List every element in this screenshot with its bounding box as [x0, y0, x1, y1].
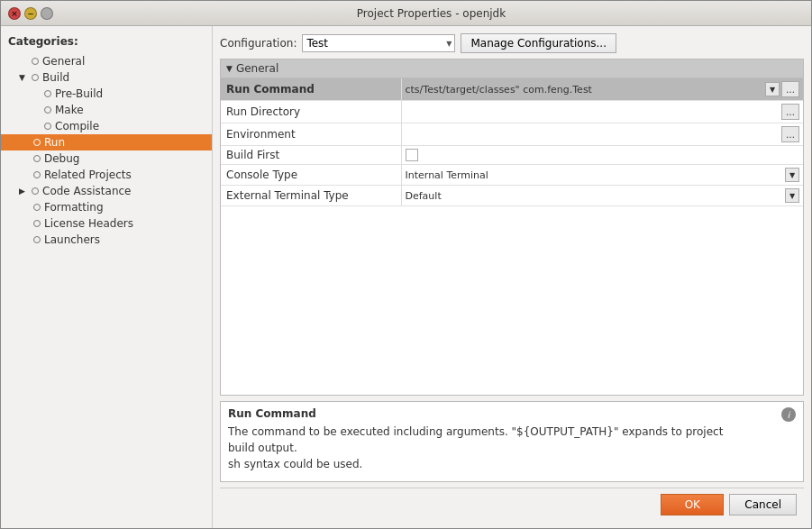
prop-name-console-type: Console Type [221, 165, 401, 186]
minimize-button[interactable]: − [24, 7, 37, 20]
sidebar-label-build: Build [42, 71, 69, 84]
info-text-2: build output. [228, 440, 796, 456]
prop-value-run-command: cts/Test/target/classes" com.feng.Test ▼… [401, 78, 803, 101]
manage-configurations-button[interactable]: Manage Configurations... [461, 33, 616, 53]
sidebar-item-make[interactable]: Make [1, 102, 212, 118]
configuration-row: Configuration: Test Manage Configuration… [220, 33, 804, 53]
sidebar-item-general[interactable]: General [1, 53, 212, 69]
sidebar-label-run: Run [44, 136, 65, 149]
close-button[interactable]: × [8, 7, 21, 20]
ok-button[interactable]: OK [661, 494, 724, 515]
sidebar-item-run[interactable]: Run [1, 134, 212, 150]
configuration-select[interactable]: Test [302, 34, 455, 52]
prop-value-build-first [401, 146, 803, 165]
sidebar-label-related-projects: Related Projects [44, 169, 132, 181]
sidebar-item-build[interactable]: ▼ Build [1, 69, 212, 86]
prop-value-environment: … [401, 123, 803, 146]
config-label: Configuration: [220, 37, 297, 50]
sidebar-label-launchers: Launchers [44, 233, 100, 246]
prop-name-build-first: Build First [221, 146, 401, 165]
sidebar-item-debug[interactable]: Debug [1, 150, 212, 167]
sidebar-label-make: Make [55, 104, 84, 116]
window-controls: × − [8, 7, 53, 20]
sidebar-item-launchers[interactable]: Launchers [1, 232, 212, 248]
titlebar: × − Project Properties - openjdk [1, 1, 811, 26]
window-title: Project Properties - openjdk [59, 7, 804, 20]
sidebar-label-compile: Compile [55, 120, 99, 132]
sidebar: Categories: General ▼ Build Pre-Build [1, 26, 213, 528]
bullet-icon [32, 187, 39, 195]
general-section-header: ▼ General [221, 59, 803, 78]
sidebar-label-debug: Debug [44, 152, 79, 165]
main-panel: Configuration: Test Manage Configuration… [213, 26, 811, 528]
bullet-icon [33, 204, 41, 211]
section-header-label: General [236, 62, 278, 75]
environment-ellipsis[interactable]: … [781, 126, 799, 142]
table-row[interactable]: Run Command cts/Test/target/classes" com… [221, 78, 803, 101]
sidebar-label-general: General [42, 55, 85, 68]
bullet-icon [32, 74, 39, 81]
run-command-dropdown[interactable]: ▼ [765, 82, 780, 96]
prop-value-run-directory: … [401, 101, 803, 123]
run-command-value: cts/Test/target/classes" com.feng.Test [406, 84, 764, 96]
prop-value-inner [406, 149, 800, 161]
arrow-spacer [19, 57, 28, 66]
sidebar-label-pre-build: Pre-Build [55, 87, 103, 100]
external-terminal-dropdown[interactable]: ▼ [785, 188, 799, 203]
prop-name-external-terminal: External Terminal Type [221, 186, 401, 206]
sidebar-item-code-assistance[interactable]: ▶ Code Assistance [1, 183, 212, 199]
properties-table-container: ▼ General Run Command cts/Test/target/cl… [220, 59, 804, 396]
properties-table: Run Command cts/Test/target/classes" com… [221, 78, 803, 206]
prop-name-run-command: Run Command [221, 78, 401, 101]
info-icon: i [781, 407, 796, 422]
config-select-wrapper[interactable]: Test [302, 34, 455, 52]
bottom-bar: OK Cancel [220, 488, 804, 521]
sidebar-label-code-assistance: Code Assistance [42, 185, 131, 197]
section-collapse-arrow[interactable]: ▼ [226, 64, 233, 73]
prop-value-inner: … [406, 104, 800, 120]
build-first-checkbox[interactable] [406, 149, 418, 161]
prop-value-inner: cts/Test/target/classes" com.feng.Test ▼… [406, 81, 800, 97]
info-panel-title: Run Command [228, 407, 796, 420]
expand-arrow-build: ▼ [19, 73, 28, 82]
bullet-icon [33, 155, 41, 162]
prop-value-inner: Internal Terminal ▼ [406, 168, 800, 182]
console-type-dropdown[interactable]: ▼ [785, 168, 799, 182]
categories-label: Categories: [1, 33, 212, 53]
bullet-icon [44, 106, 51, 114]
maximize-button[interactable] [41, 7, 53, 20]
bullet-icon [33, 139, 41, 146]
bullet-icon [33, 171, 41, 178]
console-type-value: Internal Terminal [406, 169, 784, 181]
bullet-icon [44, 123, 51, 130]
prop-value-console-type: Internal Terminal ▼ [401, 165, 803, 186]
prop-value-inner: … [406, 126, 800, 142]
sidebar-item-compile[interactable]: Compile [1, 118, 212, 134]
sidebar-item-formatting[interactable]: Formatting [1, 199, 212, 215]
sidebar-item-license-headers[interactable]: License Headers [1, 215, 212, 232]
table-row[interactable]: Environment … [221, 123, 803, 146]
bullet-icon [32, 58, 39, 65]
table-row[interactable]: Build First [221, 146, 803, 165]
info-text-1: The command to be executed including arg… [228, 424, 796, 440]
sidebar-label-license-headers: License Headers [44, 217, 133, 230]
table-row[interactable]: Console Type Internal Terminal ▼ [221, 165, 803, 186]
prop-value-external-terminal: Default ▼ [401, 186, 803, 206]
run-command-ellipsis[interactable]: … [781, 81, 799, 97]
cancel-button[interactable]: Cancel [729, 494, 797, 515]
content-area: Categories: General ▼ Build Pre-Build [1, 26, 811, 528]
external-terminal-value: Default [406, 190, 784, 202]
prop-name-run-directory: Run Directory [221, 101, 401, 123]
info-panel: Run Command i The command to be executed… [220, 401, 804, 482]
expand-arrow-code: ▶ [19, 187, 28, 196]
sidebar-label-formatting: Formatting [44, 201, 104, 214]
bullet-icon [33, 236, 41, 243]
table-row[interactable]: External Terminal Type Default ▼ [221, 186, 803, 206]
sidebar-item-related-projects[interactable]: Related Projects [1, 167, 212, 183]
sidebar-item-pre-build[interactable]: Pre-Build [1, 86, 212, 102]
prop-value-inner: Default ▼ [406, 188, 800, 203]
bullet-icon [44, 90, 51, 97]
run-directory-ellipsis[interactable]: … [781, 104, 799, 120]
table-row[interactable]: Run Directory … [221, 101, 803, 123]
main-window: × − Project Properties - openjdk Categor… [0, 0, 812, 529]
